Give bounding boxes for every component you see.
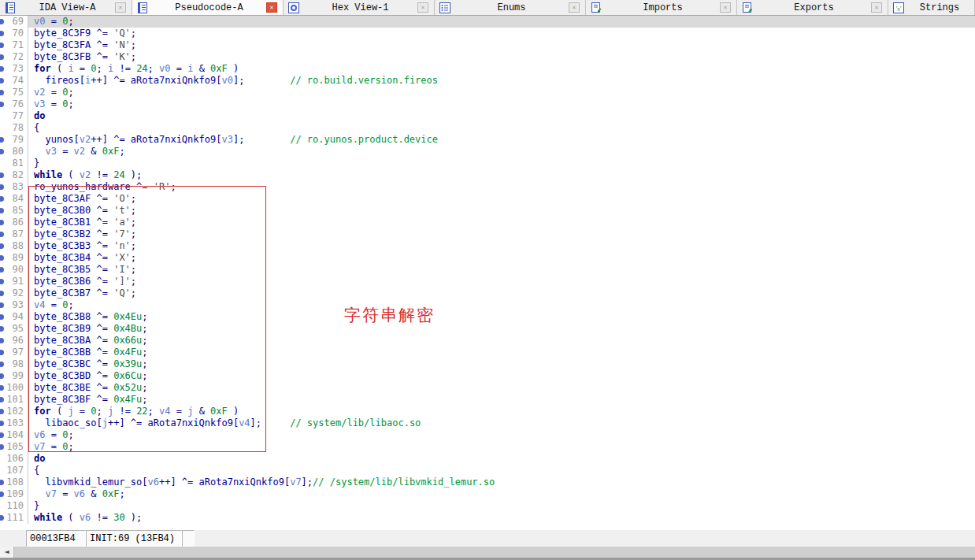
address-dot-icon [0,149,4,154]
code-line: 88byte_8C3B3 ^= 'n'; [0,240,975,252]
code-text[interactable]: yunos[v2++] ^= aRota7nxiQnkfo9[v3]; // r… [28,134,975,146]
code-text[interactable]: byte_8C3BC ^= 0x39u; [28,358,975,370]
code-text[interactable]: byte_8C3F9 ^= 'Q'; [28,28,975,39]
gutter: 97 [0,347,28,358]
code-text[interactable]: byte_8C3BE ^= 0x52u; [28,382,975,394]
code-text[interactable]: } [28,158,975,169]
tab-label: Exports [757,2,871,13]
tab-label: Enums [454,2,569,13]
line-number: 95 [13,323,24,335]
scrollbar-thumb[interactable] [13,547,975,558]
gutter: 105 [0,441,28,453]
gutter: 88 [0,240,28,252]
code-text[interactable]: byte_8C3B9 ^= 0x4Bu; [28,323,975,335]
code-text[interactable]: byte_8C3B0 ^= 't'; [28,205,975,217]
tab-pseudocode-a[interactable]: Pseudocode-A✕ [132,0,284,15]
code-text[interactable]: for ( i = 0; i != 24; v0 = i & 0xF ) [28,63,975,75]
line-number: 93 [13,299,24,311]
code-line: 105v7 = 0; [0,441,975,453]
tab-strings[interactable]: 's'Strings [888,0,975,15]
code-text[interactable]: do [28,453,975,465]
code-text[interactable]: byte_8C3B7 ^= 'Q'; [28,287,975,299]
code-text[interactable]: v2 = 0; [28,87,975,98]
code-text[interactable]: byte_8C3B6 ^= ']'; [28,276,975,287]
address-dot-icon [0,54,4,60]
code-text[interactable]: byte_8C3B5 ^= 'I'; [28,264,975,276]
close-icon[interactable]: ✕ [115,2,126,13]
status-bar: 00013FB4 INIT:69 (13FB4) [0,529,975,547]
tab-enums[interactable]: Enums✕ [435,0,586,15]
code-text[interactable]: { [28,122,975,134]
code-text[interactable]: byte_8C3FB ^= 'K'; [28,51,975,63]
tab-ida-view-a[interactable]: IDA View-A✕ [0,0,132,15]
ida-window: IDA View-A✕Pseudocode-A✕Hex View-1✕Enums… [0,0,975,560]
pseudocode-view[interactable]: 69v0 = 0;70byte_8C3F9 ^= 'Q';71byte_8C3F… [0,16,975,529]
code-text[interactable]: ro_yunos_hardware ^= 'R'; [28,181,975,193]
gutter: 109 [0,488,28,500]
code-text[interactable]: v7 = 0; [28,441,975,453]
close-icon[interactable]: ✕ [871,2,882,13]
code-text[interactable]: v4 = 0; [28,299,975,311]
address-dot-icon [0,90,4,95]
gutter: 81 [0,158,28,169]
code-text[interactable]: v7 = v6 & 0xF; [28,488,975,500]
code-text[interactable]: v6 = 0; [28,429,975,441]
code-text[interactable]: byte_8C3BB ^= 0x4Fu; [28,347,975,358]
code-line: 106do [0,453,975,465]
code-text[interactable]: byte_8C3BD ^= 0x6Cu; [28,370,975,382]
code-line: 74 fireos[i++] ^= aRota7nxiQnkfo9[v0]; /… [0,75,975,87]
code-text[interactable]: byte_8C3B1 ^= 'a'; [28,217,975,228]
code-text[interactable]: byte_8C3B4 ^= 'X'; [28,252,975,264]
code-text[interactable]: libaoc_so[j++] ^= aRota7nxiQnkfo9[v4]; /… [28,417,975,429]
gutter: 76 [0,98,28,110]
code-line: 81} [0,158,975,169]
code-text[interactable]: v0 = 0; [28,16,975,28]
line-number: 88 [13,240,24,252]
code-text[interactable]: byte_8C3B2 ^= '7'; [28,228,975,240]
code-text[interactable]: byte_8C3FA ^= 'N'; [28,39,975,51]
code-text[interactable]: while ( v2 != 24 ); [28,169,975,181]
code-line: 92byte_8C3B7 ^= 'Q'; [0,287,975,299]
tab-exports[interactable]: Exports✕ [737,0,888,15]
code-line: 76v3 = 0; [0,98,975,110]
code-text[interactable]: byte_8C3B3 ^= 'n'; [28,240,975,252]
close-icon[interactable]: ✕ [569,2,580,13]
code-text[interactable]: v3 = 0; [28,98,975,110]
tab-imports[interactable]: Imports✕ [586,0,737,15]
address-dot-icon [0,267,4,273]
code-text[interactable]: v3 = v2 & 0xF; [28,146,975,158]
line-number: 104 [6,429,24,441]
code-text[interactable]: byte_8C3AF ^= 'O'; [28,193,975,205]
code-text[interactable]: do [28,110,975,122]
gutter: 110 [0,500,28,512]
gutter: 103 [0,417,28,429]
code-line: 78{ [0,122,975,134]
code-text[interactable]: libvmkid_lemur_so[v6++] ^= aRota7nxiQnkf… [28,477,975,488]
code-text[interactable]: byte_8C3BF ^= 0x4Fu; [28,394,975,406]
code-text[interactable]: byte_8C3B8 ^= 0x4Eu; [28,311,975,323]
code-line: 109 v7 = v6 & 0xF; [0,488,975,500]
hex-view-icon [288,2,300,13]
code-line: 79 yunos[v2++] ^= aRota7nxiQnkfo9[v3]; /… [0,134,975,146]
code-text[interactable]: { [28,465,975,477]
address-dot-icon [0,137,4,143]
address-dot-icon [0,172,4,178]
scroll-left-arrow-icon[interactable]: ◄ [0,547,13,558]
tab-hex-view-1[interactable]: Hex View-1✕ [284,0,435,15]
code-line: 91byte_8C3B6 ^= ']'; [0,276,975,287]
pseudocode-icon [137,2,149,13]
line-number: 75 [13,87,24,98]
code-text[interactable]: for ( j = 0; j != 22; v4 = j & 0xF ) [28,406,975,417]
code-text[interactable]: } [28,500,975,512]
code-text[interactable]: byte_8C3BA ^= 0x66u; [28,335,975,347]
code-text[interactable]: fireos[i++] ^= aRota7nxiQnkfo9[v0]; // r… [28,75,975,87]
gutter: 75 [0,87,28,98]
tab-bar: IDA View-A✕Pseudocode-A✕Hex View-1✕Enums… [0,0,975,16]
code-text[interactable]: while ( v6 != 30 ); [28,512,975,524]
line-number: 102 [6,406,24,417]
close-icon[interactable]: ✕ [266,2,277,13]
close-icon[interactable]: ✕ [720,2,731,13]
close-icon[interactable]: ✕ [417,2,428,13]
line-number: 76 [13,98,24,110]
horizontal-scrollbar[interactable]: ◄ [0,547,975,560]
